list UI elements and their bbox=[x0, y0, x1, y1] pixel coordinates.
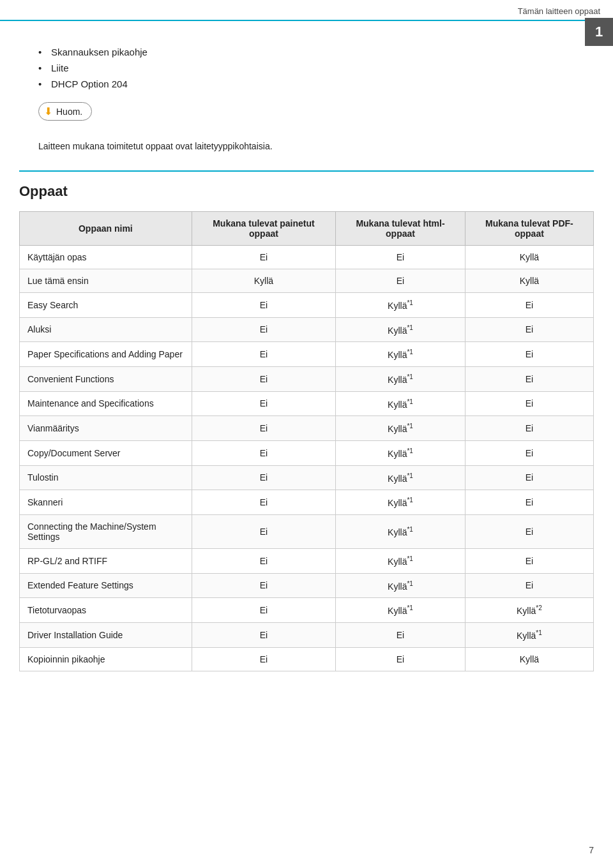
col-header-pdf: Mukana tulevat PDF-oppaat bbox=[465, 212, 593, 246]
arrow-down-icon: ⬇ bbox=[44, 105, 52, 117]
cell-print: Ei bbox=[192, 391, 336, 416]
col-header-html: Mukana tulevat html-oppaat bbox=[336, 212, 465, 246]
col-header-print: Mukana tulevat painetut oppaat bbox=[192, 212, 336, 246]
cell-pdf: Ei bbox=[465, 440, 593, 465]
cell-html: Ei bbox=[336, 622, 465, 647]
cell-name: Lue tämä ensin bbox=[20, 269, 192, 293]
section-title: Oppaat bbox=[0, 172, 613, 211]
header-title: Tämän laitteen oppaat bbox=[518, 6, 600, 16]
table-row: Paper Specifications and Adding PaperEiK… bbox=[20, 342, 594, 367]
cell-pdf: Ei bbox=[465, 317, 593, 342]
cell-html: Kyllä*1 bbox=[336, 416, 465, 441]
table-row: Lue tämä ensinKylläEiKyllä bbox=[20, 269, 594, 293]
cell-print: Ei bbox=[192, 440, 336, 465]
cell-pdf: Ei bbox=[465, 416, 593, 441]
table-row: Käyttäjän opasEiEiKyllä bbox=[20, 246, 594, 269]
cell-html: Kyllä*1 bbox=[336, 598, 465, 623]
cell-pdf: Ei bbox=[465, 490, 593, 515]
cell-print: Ei bbox=[192, 246, 336, 269]
cell-print: Ei bbox=[192, 342, 336, 367]
cell-html: Kyllä*1 bbox=[336, 573, 465, 598]
cell-print: Ei bbox=[192, 366, 336, 391]
header-bar: Tämän laitteen oppaat bbox=[0, 0, 613, 21]
cell-print: Ei bbox=[192, 293, 336, 318]
cell-pdf: Ei bbox=[465, 514, 593, 548]
cell-pdf: Kyllä bbox=[465, 647, 593, 671]
cell-html: Kyllä*1 bbox=[336, 465, 465, 490]
cell-name: Paper Specifications and Adding Paper bbox=[20, 342, 192, 367]
cell-html: Kyllä*1 bbox=[336, 440, 465, 465]
cell-html: Kyllä*1 bbox=[336, 391, 465, 416]
table-row: Kopioinnin pikaohjeEiEiKyllä bbox=[20, 647, 594, 671]
cell-name: Tietoturvaopas bbox=[20, 598, 192, 623]
bullet-list: Skannauksen pikaohje Liite DHCP Option 2… bbox=[38, 47, 575, 89]
table-wrapper: Oppaan nimi Mukana tulevat painetut oppa… bbox=[0, 211, 613, 697]
cell-print: Ei bbox=[192, 573, 336, 598]
table-row: TulostinEiKyllä*1Ei bbox=[20, 465, 594, 490]
table-row: TietoturvaopasEiKyllä*1Kyllä*2 bbox=[20, 598, 594, 623]
cell-pdf: Ei bbox=[465, 573, 593, 598]
cell-html: Kyllä*1 bbox=[336, 293, 465, 318]
table-row: SkanneriEiKyllä*1Ei bbox=[20, 490, 594, 515]
cell-html: Kyllä*1 bbox=[336, 514, 465, 548]
cell-name: Käyttäjän opas bbox=[20, 246, 192, 269]
cell-print: Ei bbox=[192, 416, 336, 441]
cell-name: Aluksi bbox=[20, 317, 192, 342]
bullet-item-2: Liite bbox=[38, 63, 575, 73]
cell-pdf: Ei bbox=[465, 391, 593, 416]
cell-print: Ei bbox=[192, 598, 336, 623]
cell-print: Ei bbox=[192, 514, 336, 548]
cell-pdf: Kyllä*2 bbox=[465, 598, 593, 623]
cell-name: Connecting the Machine/System Settings bbox=[20, 514, 192, 548]
table-row: Driver Installation GuideEiEiKyllä*1 bbox=[20, 622, 594, 647]
cell-html: Kyllä*1 bbox=[336, 342, 465, 367]
table-row: Maintenance and SpecificationsEiKyllä*1E… bbox=[20, 391, 594, 416]
chapter-badge: 1 bbox=[585, 18, 613, 46]
cell-pdf: Kyllä bbox=[465, 246, 593, 269]
cell-html: Kyllä*1 bbox=[336, 366, 465, 391]
note-box: ⬇ Huom. bbox=[38, 102, 92, 121]
table-row: Easy SearchEiKyllä*1Ei bbox=[20, 293, 594, 318]
cell-print: Ei bbox=[192, 548, 336, 573]
cell-name: Maintenance and Specifications bbox=[20, 391, 192, 416]
cell-pdf: Ei bbox=[465, 548, 593, 573]
cell-print: Ei bbox=[192, 622, 336, 647]
cell-name: Kopioinnin pikaohje bbox=[20, 647, 192, 671]
table-row: AluksiEiKyllä*1Ei bbox=[20, 317, 594, 342]
cell-print: Kyllä bbox=[192, 269, 336, 293]
table-row: VianmääritysEiKyllä*1Ei bbox=[20, 416, 594, 441]
cell-name: RP-GL/2 and RTIFF bbox=[20, 548, 192, 573]
bullet-item-3: DHCP Option 204 bbox=[38, 79, 575, 89]
cell-print: Ei bbox=[192, 647, 336, 671]
cell-print: Ei bbox=[192, 317, 336, 342]
cell-name: Convenient Functions bbox=[20, 366, 192, 391]
table-body: Käyttäjän opasEiEiKylläLue tämä ensinKyl… bbox=[20, 246, 594, 671]
cell-name: Copy/Document Server bbox=[20, 440, 192, 465]
cell-html: Ei bbox=[336, 647, 465, 671]
bullet-item-1: Skannauksen pikaohje bbox=[38, 47, 575, 57]
cell-pdf: Kyllä bbox=[465, 269, 593, 293]
note-text: Laitteen mukana toimitetut oppaat ovat l… bbox=[0, 141, 613, 164]
table-row: Connecting the Machine/System SettingsEi… bbox=[20, 514, 594, 548]
table-row: Convenient FunctionsEiKyllä*1Ei bbox=[20, 366, 594, 391]
cell-name: Driver Installation Guide bbox=[20, 622, 192, 647]
cell-pdf: Ei bbox=[465, 342, 593, 367]
cell-name: Skanneri bbox=[20, 490, 192, 515]
cell-name: Tulostin bbox=[20, 465, 192, 490]
cell-html: Kyllä*1 bbox=[336, 317, 465, 342]
cell-html: Kyllä*1 bbox=[336, 490, 465, 515]
cell-html: Ei bbox=[336, 269, 465, 293]
table-row: Copy/Document ServerEiKyllä*1Ei bbox=[20, 440, 594, 465]
cell-name: Extended Feature Settings bbox=[20, 573, 192, 598]
cell-pdf: Ei bbox=[465, 366, 593, 391]
cell-print: Ei bbox=[192, 465, 336, 490]
cell-html: Kyllä*1 bbox=[336, 548, 465, 573]
bullet-section: Skannauksen pikaohje Liite DHCP Option 2… bbox=[0, 21, 613, 141]
page-number: 7 bbox=[589, 845, 594, 855]
cell-pdf: Ei bbox=[465, 293, 593, 318]
oppaat-table: Oppaan nimi Mukana tulevat painetut oppa… bbox=[19, 211, 594, 671]
cell-name: Vianmääritys bbox=[20, 416, 192, 441]
cell-pdf: Kyllä*1 bbox=[465, 622, 593, 647]
table-header-row: Oppaan nimi Mukana tulevat painetut oppa… bbox=[20, 212, 594, 246]
cell-html: Ei bbox=[336, 246, 465, 269]
